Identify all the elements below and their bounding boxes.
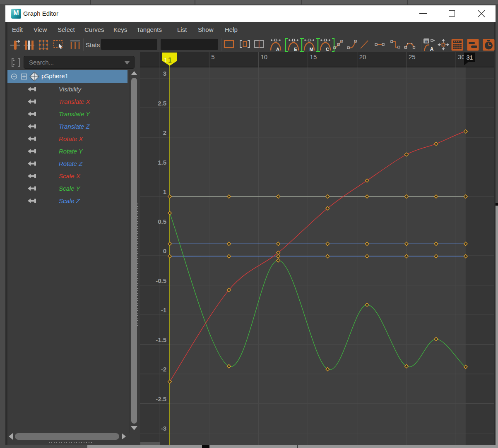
svg-text:A: A (276, 47, 279, 52)
insert-keys-tool[interactable] (24, 39, 35, 53)
tree-node-psphere1[interactable]: pSphere1 (7, 70, 128, 83)
background-scrollbar (496, 206, 498, 448)
filter-icon[interactable] (11, 57, 21, 68)
tree-vertical-scrollbar-thumb[interactable] (131, 78, 137, 424)
channel-row-rotate-x[interactable]: Rotate X (7, 132, 128, 145)
ease-tangent-button[interactable]: E (288, 38, 299, 53)
menu-curves[interactable]: Curves (84, 26, 104, 33)
menu-help[interactable]: Help (225, 26, 238, 33)
move-nearest-key-tool[interactable] (10, 39, 21, 53)
toolbar-separator (83, 38, 84, 51)
panel-resize-handle[interactable] (49, 442, 93, 443)
svg-text:1.5: 1.5 (158, 159, 166, 166)
svg-text:1: 1 (163, 188, 166, 195)
channel-icon (27, 198, 37, 206)
stacked-view-button[interactable] (467, 39, 479, 53)
stats-field-2[interactable] (161, 39, 218, 50)
minimize-button[interactable] (419, 13, 427, 14)
menu-tangents[interactable]: Tangents (137, 26, 162, 33)
stats-field-1[interactable] (101, 39, 157, 50)
menu-select[interactable]: Select (58, 26, 75, 33)
search-input[interactable]: Search... (24, 56, 135, 69)
channel-icon (27, 86, 37, 94)
titlebar[interactable]: M Graph Editor (5, 5, 496, 22)
svg-text:1: 1 (168, 57, 172, 64)
mesh-icon (29, 71, 40, 82)
svg-text:0: 0 (163, 247, 166, 254)
background-divider (407, 0, 408, 5)
channel-row-scale-z[interactable]: Scale Z (7, 194, 128, 207)
channel-icon (27, 148, 37, 156)
step-tangent-icon[interactable] (390, 40, 401, 51)
move-keys-button[interactable] (437, 38, 449, 53)
channel-row-translate-x[interactable]: Translate X (7, 95, 128, 108)
channel-label: Rotate X (59, 135, 83, 142)
channel-row-scale-x[interactable]: Scale X (7, 170, 128, 182)
svg-text:-0.5: -0.5 (156, 277, 166, 284)
menu-edit[interactable]: Edit (12, 26, 23, 33)
channel-row-rotate-z[interactable]: Rotate Z (7, 157, 128, 170)
insert-key-button[interactable]: inA (423, 38, 436, 53)
scroll-left-arrow[interactable] (9, 433, 13, 440)
channel-row-rotate-y[interactable]: Rotate Y (7, 145, 128, 157)
graph-editor-window: M Graph Editor EditViewSelectCurvesKeysT… (5, 5, 496, 445)
scroll-down-arrow[interactable] (131, 426, 137, 430)
channel-label: Visibility (59, 86, 81, 93)
search-dropdown-icon[interactable] (124, 61, 130, 65)
window-right-border (494, 22, 496, 445)
center-current-time-icon[interactable] (254, 40, 265, 51)
background-fragment (202, 445, 209, 448)
menu-view[interactable]: View (34, 26, 47, 33)
custom-tangent-button[interactable]: C (320, 38, 331, 53)
mixed-tangent-button[interactable]: M (303, 38, 315, 53)
channel-row-translate-y[interactable]: Translate Y (7, 108, 128, 120)
svg-text:E: E (294, 47, 297, 52)
clamped-tangent-icon[interactable] (347, 40, 357, 51)
channel-label: Scale Z (59, 197, 80, 204)
svg-text:10: 10 (260, 53, 267, 60)
frame-all-icon[interactable] (224, 40, 235, 51)
scroll-right-arrow[interactable] (122, 433, 126, 440)
menu-keys[interactable]: Keys (113, 26, 127, 33)
channel-icon (27, 123, 37, 131)
channel-row-scale-y[interactable]: Scale Y (7, 182, 128, 194)
channel-row-visibility[interactable]: Visibility (7, 83, 128, 95)
frame-playback-range-icon[interactable] (239, 40, 251, 51)
select-keys-tool[interactable] (53, 39, 65, 52)
panel-splitter[interactable] (137, 204, 138, 326)
flat-tangent-icon[interactable] (375, 40, 385, 51)
svg-text:1: 1 (164, 56, 167, 63)
region-tool[interactable] (70, 39, 81, 52)
maximize-button[interactable] (449, 10, 455, 17)
collapse-icon[interactable] (11, 73, 17, 80)
maya-app-icon: M (11, 9, 21, 19)
menu-list[interactable]: List (177, 26, 187, 33)
background-divider (90, 0, 91, 5)
spreadsheet-button[interactable] (451, 39, 463, 53)
tree-node-label: pSphere1 (41, 72, 68, 79)
auto-tangent-button[interactable]: A (270, 38, 281, 53)
scroll-up-arrow[interactable] (131, 71, 137, 75)
svg-text:-1.5: -1.5 (156, 336, 166, 343)
expand-icon[interactable] (21, 73, 27, 80)
lattice-deform-keys-tool[interactable] (38, 39, 50, 52)
svg-text:-2: -2 (161, 366, 166, 373)
graph-view[interactable]: 5101520253032.521.510.50-0.5-1-1.5-2-2.5… (140, 52, 494, 445)
channel-label: Translate X (59, 98, 90, 105)
close-button[interactable] (478, 10, 485, 17)
svg-text:15: 15 (310, 53, 317, 60)
spline-tangent-icon[interactable] (333, 40, 344, 51)
time-editor-button[interactable] (483, 39, 495, 53)
plateau-tangent-icon[interactable] (404, 40, 416, 51)
background-window-bottom (87, 445, 498, 448)
stats-label: Stats (86, 41, 100, 48)
channel-label: Scale Y (59, 185, 80, 192)
tree-horizontal-scrollbar-thumb[interactable] (15, 433, 119, 440)
channel-row-translate-z[interactable]: Translate Z (7, 120, 128, 132)
svg-text:5: 5 (211, 53, 214, 60)
menu-show[interactable]: Show (198, 26, 214, 33)
channel-label: Rotate Y (59, 148, 83, 155)
svg-text:C: C (326, 47, 329, 52)
linear-tangent-icon[interactable] (359, 40, 370, 51)
svg-text:-2.5: -2.5 (156, 395, 166, 402)
